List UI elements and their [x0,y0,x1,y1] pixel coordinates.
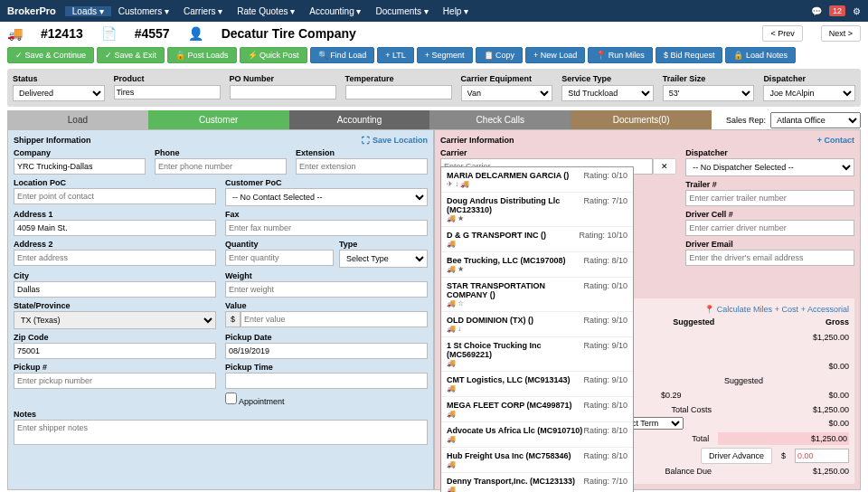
trailer-label: Trailer Size [663,74,755,83]
order-number: #4557 [135,26,170,41]
gear-icon[interactable]: ⚙ [853,6,861,16]
header-row: 🚚#12413 📄#4557 👤Decatur Tire Company < P… [0,22,868,45]
carrier-panel: Carrier Information+ Contact Carrier ✕ D… [434,129,861,490]
cell-input[interactable] [685,220,854,236]
company-name: Decatur Tire Company [222,26,356,41]
driver-advance-button[interactable]: Driver Advance [701,448,772,464]
clear-carrier-button[interactable]: ✕ [653,158,676,175]
action-toolbar: ✓ Save & Continue ✓ Save & Exit 🔒 Post L… [0,45,868,65]
value-input[interactable] [241,311,428,327]
temp-label: Temperature [345,74,452,83]
chat-icon[interactable]: 💬 [811,6,822,16]
nav-loads[interactable]: Loads ▾ [65,6,111,16]
save-exit-button[interactable]: ✓ Save & Exit [97,47,165,63]
nav-accounting[interactable]: Accounting ▾ [302,6,368,16]
trailer-select[interactable]: 53' [663,85,755,101]
notification-badge[interactable]: 12 [829,5,845,16]
tab-check[interactable]: Check Calls [429,110,571,129]
company-input[interactable] [14,158,146,175]
carrier-suggestion[interactable]: Rating: 7/10Denny Transport,Inc. (MC1231… [441,473,633,492]
service-select[interactable]: Std Truckload [561,85,654,101]
city-input[interactable] [14,281,216,298]
carrier-suggestion[interactable]: Rating: 9/10OLD DOMINION (TX) ()🚚 ↓ [441,312,633,337]
trailer-input[interactable] [685,190,854,206]
quick-post-button[interactable]: ⚡ Quick Post [240,47,307,63]
fax-input[interactable] [225,220,428,236]
carrier-suggestion[interactable]: Rating: 8/10Hub Freight Usa Inc (MC75834… [441,448,633,473]
carrier-suggestion[interactable]: Rating: 8/10MEGA FLEET CORP (MC499871)🚚 [441,397,633,422]
add-contact-link[interactable]: + Contact [817,136,854,145]
next-button[interactable]: Next > [821,25,861,42]
product-input[interactable] [114,85,221,99]
load-notes-button[interactable]: 🔒 Load Notes [725,47,796,63]
nav-quotes[interactable]: Rate Quotes ▾ [230,6,302,16]
shipper-panel: Shipper Information⛶ Save Location Compa… [7,129,434,490]
brand-logo: BrokerPro [7,5,56,16]
temp-input[interactable] [345,85,452,99]
filter-bar: StatusDelivered Product PO Number Temper… [7,69,861,107]
nav-help[interactable]: Help ▾ [436,6,476,16]
save-continue-button[interactable]: ✓ Save & Continue [7,47,94,63]
tab-customer[interactable]: Customer [148,110,289,129]
calc-miles-link[interactable]: 📍 Calculate Miles [704,305,772,314]
nav-customers[interactable]: Customers ▾ [111,6,176,16]
qty-input[interactable] [225,250,334,266]
carrier-suggestion[interactable]: Rating: 0/10MARIA DELCARMEN GARCIA ()✈ ↓… [441,167,633,193]
find-load-button[interactable]: 🔍 Find Load [310,47,375,63]
weight-input[interactable] [225,281,428,298]
time-input[interactable] [225,373,428,389]
carrier-suggestion[interactable]: Rating: 8/10Bee Trucking, LLC (MC197008)… [441,252,633,278]
carrier-suggestion[interactable]: Rating: 9/10CMT Logistics, LLC (MC913143… [441,372,633,397]
nav-documents[interactable]: Documents ▾ [368,6,435,16]
carrier-suggestion[interactable]: Rating: 7/10Doug Andrus Distributing Llc… [441,193,633,227]
dispatcher-select[interactable]: Joe McAlpin [763,85,855,101]
date-input[interactable] [225,343,428,359]
email-input[interactable] [685,250,854,266]
copy-button[interactable]: 📋 Copy [476,47,524,63]
carrier-suggestions: Rating: 0/10MARIA DELCARMEN GARCIA ()✈ ↓… [440,166,634,492]
state-select[interactable]: TX (Texas) [14,311,216,329]
doc-icon: 📄 [101,26,117,41]
ltl-button[interactable]: + LTL [377,47,414,63]
type-select[interactable]: Select Type [339,250,428,268]
carrier-dispatcher-select[interactable]: -- No Dispatcher Selected -- [685,158,854,176]
add-accessorial-link[interactable]: + Accessorial [801,305,849,314]
advance-input[interactable] [795,449,849,463]
notes-textarea[interactable] [14,420,428,445]
tab-load[interactable]: Load [7,110,148,129]
shipper-title: Shipper Information [14,136,91,145]
add-cost-link[interactable]: + Cost [775,305,798,314]
run-miles-button[interactable]: 📍 Run Miles [588,47,653,63]
addr2-input[interactable] [14,250,216,266]
appt-checkbox[interactable] [225,393,237,404]
custpoc-select[interactable]: -- No Contact Selected -- [225,188,428,206]
salesrep-select[interactable]: Atlanta Office [770,112,861,128]
service-label: Service Type [561,74,654,83]
zip-input[interactable] [14,343,216,359]
truck-icon: 🚚 [7,26,23,41]
post-loads-button[interactable]: 🔒 Post Loads [167,47,237,63]
carrier-suggestion[interactable]: Rating: 0/10STAR TRANSPORTATION COMPANY … [441,278,633,312]
carrier-suggestion[interactable]: Rating: 9/101 St Choice Trucking Inc (MC… [441,337,633,372]
bid-request-button[interactable]: $ Bid Request [656,47,723,63]
locpoc-input[interactable] [14,188,216,204]
dispatcher-label: Dispatcher [763,74,855,83]
ext-input[interactable] [296,158,428,175]
status-select[interactable]: Delivered [13,85,105,101]
carrier-suggestion[interactable]: Rating: 8/10Advocate Us Africa Llc (MC91… [441,422,633,448]
po-input[interactable] [230,85,336,99]
phone-input[interactable] [155,158,287,175]
status-label: Status [13,74,105,83]
equip-label: Carrier Equipment [461,74,553,83]
segment-button[interactable]: + Segment [417,47,473,63]
equip-select[interactable]: Van [461,85,553,101]
nav-carriers[interactable]: Carriers ▾ [176,6,230,16]
pickup-input[interactable] [14,373,216,389]
tab-accounting[interactable]: Accounting [289,110,430,129]
addr1-input[interactable] [14,220,216,236]
tab-docs[interactable]: Documents(0) [571,110,712,129]
save-location-link[interactable]: ⛶ Save Location [362,136,428,145]
carrier-suggestion[interactable]: Rating: 10/10D & G TRANSPORT INC ()🚚 [441,227,633,252]
new-load-button[interactable]: + New Load [525,47,585,63]
prev-button[interactable]: < Prev [762,25,802,42]
